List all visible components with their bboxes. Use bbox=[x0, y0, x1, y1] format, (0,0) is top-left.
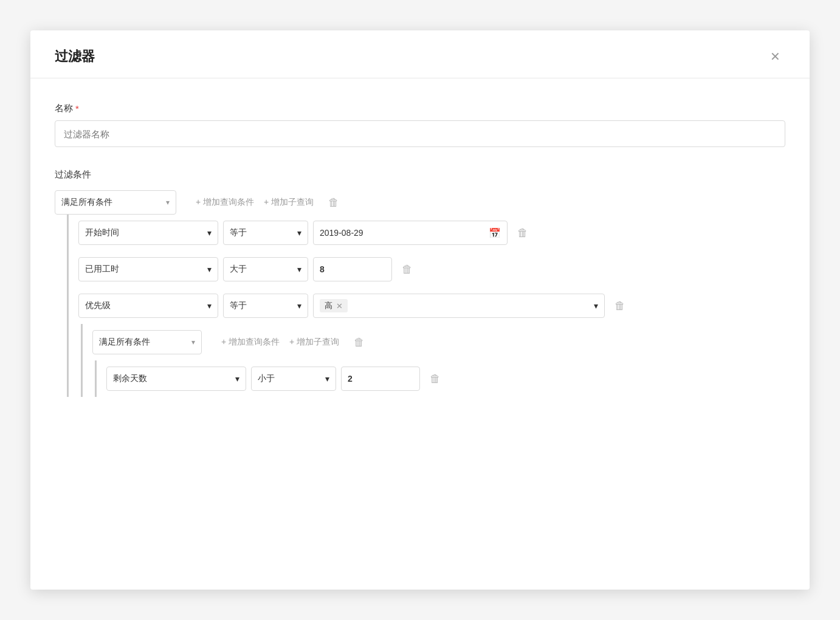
close-button[interactable]: ✕ bbox=[765, 48, 785, 65]
dialog-header: 过滤器 ✕ bbox=[30, 30, 810, 78]
row-delete-icon-3[interactable]: 🗑 bbox=[615, 300, 625, 312]
field-select-1[interactable]: 开始时间 ▾ bbox=[78, 221, 218, 245]
sub-add-sub-button[interactable]: + 增加子查询 bbox=[289, 337, 339, 348]
priority-tag: 高 ✕ bbox=[320, 299, 348, 312]
sub-group-header: 满足所有条件 ▾ + 增加查询条件 + 增加子查询 🗑 bbox=[83, 324, 785, 360]
sub-action-btns: + 增加查询条件 + 增加子查询 🗑 bbox=[221, 336, 365, 349]
chevron-down-icon: ▾ bbox=[325, 374, 329, 384]
field-select-3[interactable]: 优先级 ▾ bbox=[78, 294, 218, 318]
chevron-down-icon: ▾ bbox=[297, 264, 301, 274]
main-condition-select[interactable]: 满足所有条件 ▾ bbox=[55, 190, 176, 215]
filter-conditions-label: 过滤条件 bbox=[55, 169, 785, 181]
sub-condition-select[interactable]: 满足所有条件 ▾ bbox=[92, 330, 202, 354]
sub-value-input-1[interactable]: 2 bbox=[341, 367, 420, 391]
chevron-down-icon: ▾ bbox=[297, 228, 301, 238]
value-input-3[interactable]: 高 ✕ ▾ bbox=[313, 294, 605, 318]
dialog-body: 名称 * 过滤条件 满足所有条件 ▾ + 增加查询条件 + 增加子查询 bbox=[30, 78, 810, 443]
name-section: 名称 * bbox=[55, 103, 785, 147]
sub-op-select-1[interactable]: 小于 ▾ bbox=[251, 367, 336, 391]
chevron-down-icon: ▾ bbox=[207, 301, 212, 311]
sub-group-delete-icon[interactable]: 🗑 bbox=[354, 336, 365, 349]
chevron-down-icon: ▾ bbox=[235, 374, 239, 384]
chevron-down-icon: ▾ bbox=[297, 301, 301, 311]
name-label: 名称 * bbox=[55, 103, 785, 114]
top-action-btns: + 增加查询条件 + 增加子查询 🗑 bbox=[196, 196, 339, 209]
sub-add-query-button[interactable]: + 增加查询条件 bbox=[221, 337, 280, 348]
value-input-2[interactable]: 8 bbox=[313, 257, 392, 281]
table-row: 剩余天数 ▾ 小于 ▾ 2 🗑 bbox=[97, 360, 785, 397]
required-star: * bbox=[75, 103, 79, 114]
table-row: 已用工时 ▾ 大于 ▾ 8 🗑 bbox=[69, 251, 785, 288]
add-query-condition-button[interactable]: + 增加查询条件 bbox=[196, 197, 254, 208]
filter-rows: 开始时间 ▾ 等于 ▾ 2019-08-29 📅 🗑 bbox=[67, 215, 785, 397]
chevron-down-icon: ▾ bbox=[166, 198, 170, 207]
value-input-1[interactable]: 2019-08-29 📅 bbox=[313, 221, 508, 245]
sub-row-delete-icon-1[interactable]: 🗑 bbox=[430, 373, 441, 385]
sub-field-select-1[interactable]: 剩余天数 ▾ bbox=[106, 367, 246, 391]
row-delete-icon-2[interactable]: 🗑 bbox=[402, 263, 413, 276]
field-select-2[interactable]: 已用工时 ▾ bbox=[78, 257, 218, 281]
row-delete-icon-1[interactable]: 🗑 bbox=[517, 227, 528, 239]
op-select-3[interactable]: 等于 ▾ bbox=[223, 294, 308, 318]
top-group-header: 满足所有条件 ▾ + 增加查询条件 + 增加子查询 🗑 bbox=[55, 190, 785, 215]
add-sub-query-button[interactable]: + 增加子查询 bbox=[264, 197, 314, 208]
chevron-down-icon: ▾ bbox=[594, 301, 598, 311]
dialog-title: 过滤器 bbox=[55, 47, 95, 66]
table-row: 开始时间 ▾ 等于 ▾ 2019-08-29 📅 🗑 bbox=[69, 215, 785, 251]
calendar-icon: 📅 bbox=[489, 227, 501, 239]
op-select-2[interactable]: 大于 ▾ bbox=[223, 257, 308, 281]
chevron-down-icon: ▾ bbox=[207, 264, 212, 274]
op-select-1[interactable]: 等于 ▾ bbox=[223, 221, 308, 245]
sub-group: 满足所有条件 ▾ + 增加查询条件 + 增加子查询 🗑 bbox=[81, 324, 785, 397]
top-group: 满足所有条件 ▾ + 增加查询条件 + 增加子查询 🗑 开始时间 bbox=[55, 190, 785, 397]
chevron-down-icon: ▾ bbox=[191, 338, 195, 346]
table-row: 优先级 ▾ 等于 ▾ 高 ✕ ▾ bbox=[69, 288, 785, 324]
top-group-delete-icon[interactable]: 🗑 bbox=[328, 196, 339, 209]
filter-name-input[interactable] bbox=[55, 120, 785, 147]
filter-conditions-section: 过滤条件 满足所有条件 ▾ + 增加查询条件 + 增加子查询 🗑 bbox=[55, 169, 785, 397]
chevron-down-icon: ▾ bbox=[207, 228, 212, 238]
sub-filter-rows: 剩余天数 ▾ 小于 ▾ 2 🗑 bbox=[95, 360, 785, 397]
tag-close-icon[interactable]: ✕ bbox=[336, 301, 343, 311]
filter-dialog: 过滤器 ✕ 名称 * 过滤条件 满足所有条件 ▾ bbox=[30, 30, 810, 590]
